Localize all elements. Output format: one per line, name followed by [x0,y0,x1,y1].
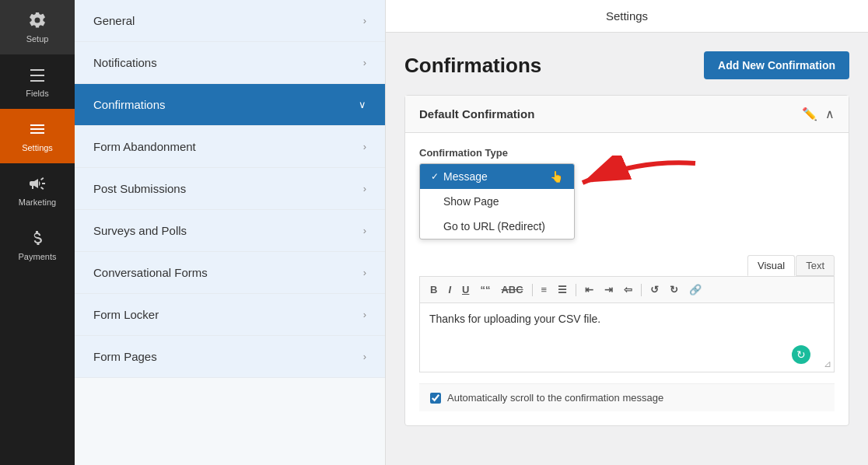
dropdown-option-message[interactable]: ✓ Message 👆 [420,164,574,189]
sidebar-item-form-pages[interactable]: Form Pages › [75,336,385,378]
sidebar-item-fields[interactable]: Fields [0,54,75,109]
dropdown-option-show-page[interactable]: ✓ Show Page [420,189,574,214]
main-body: Confirmations Add New Confirmation Defau… [386,33,868,465]
confirmations-page-title: Confirmations [404,54,541,78]
chevron-down-icon: ∨ [359,99,366,110]
sidebar-item-setup[interactable]: Setup [0,0,75,54]
chevron-right-icon: › [363,15,366,26]
conversational-forms-label: Conversational Forms [93,266,208,279]
confirmation-card: Default Confirmation ✏️ ∧ Confirmation T… [404,95,849,426]
megaphone-icon [28,174,47,193]
tab-text[interactable]: Text [796,255,835,276]
redo-button[interactable]: ↻ [666,281,682,298]
ol-button[interactable]: ☰ [554,281,571,298]
link-button[interactable]: 🔗 [685,281,705,298]
chevron-right-icon: › [363,351,366,362]
payments-label: Payments [19,252,57,261]
option-show-page-label: Show Page [443,195,499,208]
form-pages-label: Form Pages [93,350,157,363]
card-header-actions: ✏️ ∧ [802,107,835,121]
edit-icon[interactable]: ✏️ [802,107,817,121]
chevron-right-icon: › [363,183,366,194]
general-label: General [93,14,135,27]
form-abandonment-label: Form Abandonment [93,140,196,153]
marketing-label: Marketing [19,198,56,207]
card-header: Default Confirmation ✏️ ∧ [405,96,849,133]
toolbar-sep-2 [576,284,576,296]
chevron-right-icon: › [363,225,366,236]
ul-button[interactable]: ≡ [537,281,551,298]
confirmation-type-group: Confirmation Type ✓ Message 👆 ✓ Show Pag… [419,147,835,243]
card-header-title: Default Confirmation [419,107,534,121]
sidebar-item-surveys-polls[interactable]: Surveys and Polls › [75,210,385,252]
chevron-right-icon: › [363,309,366,320]
settings-label: Settings [22,143,53,152]
editor-toolbar: B I U ““ ABC ≡ ☰ ⇤ ⇥ ⇦ ↺ ↻ [419,276,835,302]
sidebar-item-form-abandonment[interactable]: Form Abandonment › [75,126,385,168]
bold-button[interactable]: B [426,281,441,298]
resize-handle[interactable]: ⊿ [824,358,831,369]
auto-scroll-checkbox[interactable] [430,393,441,404]
fields-icon [28,65,47,84]
form-locker-label: Form Locker [93,308,159,321]
option-message-label: Message [443,170,488,183]
sidebar-item-form-locker[interactable]: Form Locker › [75,294,385,336]
icon-sidebar: Setup Fields Settings Marketing Payments [0,0,75,465]
surveys-polls-label: Surveys and Polls [93,224,187,237]
sidebar-item-confirmations[interactable]: Confirmations ∨ [75,84,385,126]
red-arrow-annotation [575,156,699,218]
align-center-button[interactable]: ⇥ [600,281,617,298]
card-body: Confirmation Type ✓ Message 👆 ✓ Show Pag… [405,133,849,425]
sidebar-item-post-submissions[interactable]: Post Submissions › [75,168,385,210]
dollar-icon [28,229,47,247]
sidebar-item-marketing[interactable]: Marketing [0,163,75,218]
confirmations-header: Confirmations Add New Confirmation [404,51,849,79]
page-title: Settings [606,9,648,23]
dropdown-option-redirect[interactable]: ✓ Go to URL (Redirect) [420,214,574,239]
option-redirect-label: Go to URL (Redirect) [443,220,545,232]
dropdown-container: ✓ Message 👆 ✓ Show Page ✓ Go to URL (Red… [419,163,575,239]
toolbar-sep-1 [532,284,533,296]
sidebar-item-conversational-forms[interactable]: Conversational Forms › [75,252,385,294]
main-content: Settings Confirmations Add New Confirmat… [386,0,868,465]
notifications-label: Notifications [93,56,157,69]
sidebar-item-settings[interactable]: Settings [0,109,75,163]
settings-icon [28,120,47,138]
confirmation-type-label: Confirmation Type [419,147,835,159]
chevron-right-icon: › [363,267,366,278]
confirmation-type-dropdown[interactable]: ✓ Message 👆 ✓ Show Page ✓ Go to URL (Red… [419,163,575,239]
confirmations-label: Confirmations [93,98,166,111]
strikethrough-button[interactable]: ABC [497,281,527,298]
fields-label: Fields [26,89,48,98]
teal-refresh-icon: ↻ [792,345,810,364]
tab-visual[interactable]: Visual [747,255,795,276]
post-submissions-label: Post Submissions [93,182,186,195]
sidebar-item-payments[interactable]: Payments [0,218,75,272]
editor-section: Visual Text B I U ““ ABC ≡ ☰ ⇤ ⇥ [419,255,835,372]
cursor-icon: 👆 [550,170,563,183]
align-right-button[interactable]: ⇦ [620,281,636,298]
chevron-right-icon: › [363,141,366,152]
editor-text: Thanks for uploading your CSV file. [429,313,600,325]
underline-button[interactable]: U [458,281,473,298]
check-icon: ✓ [431,171,439,182]
chevron-right-icon: › [363,57,366,68]
sidebar-item-general[interactable]: General › [75,0,385,42]
setup-label: Setup [26,34,49,44]
editor-content-area[interactable]: Thanks for uploading your CSV file. ↻ ⊿ [419,302,835,372]
main-header: Settings [386,0,868,33]
collapse-icon[interactable]: ∧ [825,107,835,121]
auto-scroll-row: Automatically scroll to the confirmation… [419,383,835,411]
blockquote-button[interactable]: ““ [476,281,494,298]
auto-scroll-label: Automatically scroll to the confirmation… [447,392,663,404]
add-new-confirmation-button[interactable]: Add New Confirmation [704,51,849,79]
secondary-sidebar: General › Notifications › Confirmations … [75,0,386,465]
gear-icon [28,11,47,30]
toolbar-sep-3 [641,284,642,296]
sidebar-item-notifications[interactable]: Notifications › [75,42,385,84]
editor-tabs: Visual Text [419,255,835,276]
align-left-button[interactable]: ⇤ [581,281,597,298]
undo-button[interactable]: ↺ [646,281,663,298]
italic-button[interactable]: I [444,281,455,298]
